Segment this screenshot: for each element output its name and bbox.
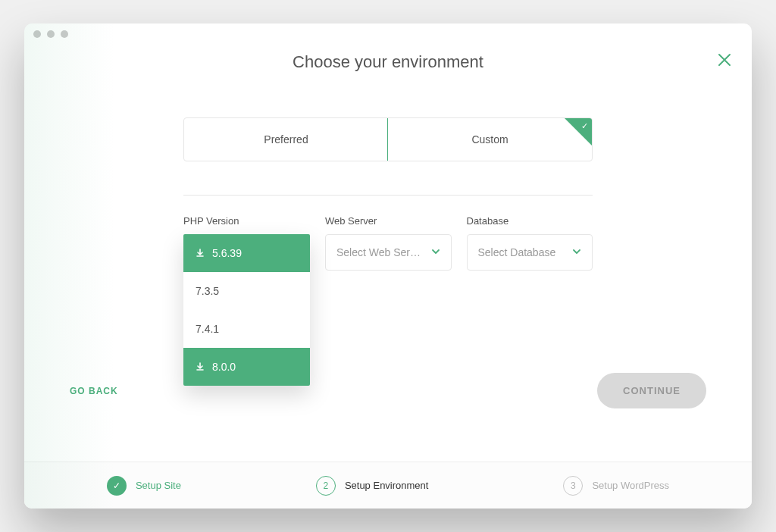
web-server-select[interactable]: Select Web Ser… xyxy=(325,234,452,271)
select-placeholder: Select Database xyxy=(478,246,556,258)
step-label: Setup WordPress xyxy=(592,480,669,491)
close-icon[interactable] xyxy=(715,51,734,69)
step-number: 3 xyxy=(563,476,583,496)
php-option[interactable]: 7.4.1 xyxy=(183,310,310,348)
php-option-label: 8.0.0 xyxy=(212,361,236,373)
check-icon: ✓ xyxy=(581,121,588,131)
download-icon xyxy=(196,249,205,258)
traffic-light-minimize[interactable] xyxy=(47,30,55,38)
tab-custom[interactable]: Custom ✓ xyxy=(387,117,593,161)
page-content: Preferred Custom ✓ PHP Version xyxy=(24,72,752,462)
field-label: Web Server xyxy=(325,215,452,227)
wizard-footer: GO BACK CONTINUE xyxy=(24,373,752,408)
chevron-down-icon xyxy=(431,246,440,258)
env-tabs: Preferred Custom ✓ xyxy=(183,117,593,161)
field-label: PHP Version xyxy=(183,215,310,227)
fields-row: PHP Version 5.6.39 7.3.5 7 xyxy=(183,215,593,386)
app-window: Choose your environment Preferred Custom… xyxy=(24,23,752,509)
field-web-server: Web Server Select Web Ser… xyxy=(325,215,452,271)
step-label: Setup Site xyxy=(136,480,181,491)
window-titlebar xyxy=(24,23,752,45)
field-database: Database Select Database xyxy=(467,215,593,271)
download-icon xyxy=(196,362,205,371)
step-number: ✓ xyxy=(107,476,127,496)
step-label: Setup Environment xyxy=(345,480,429,491)
database-select[interactable]: Select Database xyxy=(467,234,593,271)
traffic-light-close[interactable] xyxy=(33,30,41,38)
chevron-down-icon xyxy=(572,246,581,258)
step-setup-site: ✓ Setup Site xyxy=(107,476,181,496)
php-option-label: 5.6.39 xyxy=(212,247,242,259)
php-option-label: 7.4.1 xyxy=(196,323,219,335)
field-label: Database xyxy=(467,215,593,227)
select-placeholder: Select Web Ser… xyxy=(336,246,421,258)
traffic-light-zoom[interactable] xyxy=(61,30,68,38)
php-option[interactable]: 7.3.5 xyxy=(183,272,310,310)
field-php-version: PHP Version 5.6.39 7.3.5 7 xyxy=(183,215,310,386)
step-setup-wordpress: 3 Setup WordPress xyxy=(563,476,669,496)
tab-label: Custom xyxy=(471,133,508,146)
php-option-label: 7.3.5 xyxy=(196,285,219,297)
php-version-dropdown[interactable]: 5.6.39 7.3.5 7.4.1 8.0.0 xyxy=(183,234,310,386)
continue-button[interactable]: CONTINUE xyxy=(597,373,706,408)
php-option[interactable]: 5.6.39 xyxy=(183,234,310,272)
page-title: Choose your environment xyxy=(293,52,483,72)
step-number: 2 xyxy=(316,476,336,496)
step-bar: ✓ Setup Site 2 Setup Environment 3 Setup… xyxy=(24,462,752,509)
tab-preferred[interactable]: Preferred xyxy=(184,118,388,161)
tab-label: Preferred xyxy=(264,133,308,146)
step-setup-environment: 2 Setup Environment xyxy=(316,476,429,496)
php-option[interactable]: 8.0.0 xyxy=(183,348,310,386)
go-back-button[interactable]: GO BACK xyxy=(70,386,118,396)
section-divider xyxy=(183,195,593,196)
page-header: Choose your environment xyxy=(24,45,752,72)
